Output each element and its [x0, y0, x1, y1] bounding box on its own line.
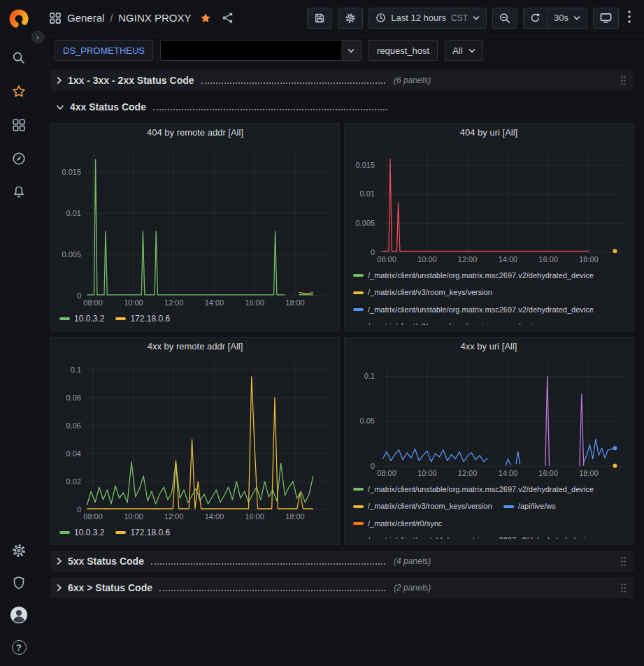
legend-label: 10.0.3.2	[74, 528, 104, 537]
legend-item[interactable]: /_matrix/client/unstable/org.matrix.msc2…	[353, 268, 594, 284]
svg-text:18:00: 18:00	[285, 298, 305, 307]
svg-text:14:00: 14:00	[205, 298, 224, 307]
sidebar-item-alerting[interactable]	[10, 183, 28, 201]
svg-text:0.04: 0.04	[66, 449, 81, 458]
drag-handle-icon[interactable]	[619, 555, 628, 568]
legend-swatch	[353, 291, 364, 294]
tv-mode-button[interactable]	[593, 8, 619, 29]
expand-nav-button[interactable]: ›	[31, 31, 44, 43]
legend-item[interactable]: /_matrix/client/v3/room_keys/version	[353, 319, 492, 325]
tv-icon	[600, 12, 612, 24]
legend-swatch	[353, 505, 364, 508]
svg-text:14:00: 14:00	[499, 469, 518, 477]
panel-4xx-by-uri: 4xx by uri [All] 08:0010:0012:0014:0016:…	[344, 337, 634, 545]
timeseries-chart[interactable]: 08:0010:0012:0014:0016:0018:0000.0050.01…	[55, 142, 335, 308]
chevron-right-icon	[56, 76, 62, 85]
legend-item[interactable]: /_matrix/client/unstable/org.matrix.msc2…	[353, 533, 594, 539]
row-title: 1xx - 3xx - 2xx Status Code	[68, 75, 194, 86]
navbar: General / NGINX PROXY	[38, 0, 644, 36]
settings-gear-icon	[345, 13, 356, 24]
sidebar-item-help[interactable]: ?	[10, 638, 28, 656]
kebab-menu-button[interactable]	[624, 10, 634, 26]
svg-text:08:00: 08:00	[83, 298, 103, 307]
chevron-right-icon	[56, 557, 62, 565]
legend-item[interactable]: 10.0.3.2	[59, 528, 104, 537]
timeseries-chart[interactable]: 08:0010:0012:0014:0016:0018:0000.050.1	[349, 356, 629, 479]
drag-handle-icon[interactable]	[619, 74, 628, 87]
legend-item[interactable]: /_matrix/client/unstable/org.matrix.msc2…	[353, 482, 594, 498]
sidebar-item-dashboards[interactable]	[10, 116, 28, 134]
legend-item[interactable]: /sw.js	[503, 319, 537, 325]
breadcrumb-folder[interactable]: General	[67, 12, 104, 24]
panel-title[interactable]: 404 by uri [All]	[345, 124, 633, 142]
sidebar-bottom: ?	[10, 542, 28, 656]
legend-item[interactable]: /api/live/ws	[503, 498, 556, 514]
svg-text:0: 0	[371, 248, 375, 256]
sidebar-item-starred[interactable]	[10, 82, 28, 101]
panel-grid: 404 by remote addr [All] 08:0010:0012:00…	[50, 123, 634, 545]
sidebar-item-server-admin[interactable]	[10, 574, 28, 592]
timezone-label: CST	[451, 13, 468, 23]
variable-request-host-select[interactable]: All	[445, 40, 482, 61]
dashboard-settings-button[interactable]	[338, 8, 363, 29]
variable-datasource-label: DS_PROMETHEUS	[55, 40, 153, 61]
breadcrumb-title[interactable]: NGINX PROXY	[118, 12, 191, 24]
svg-text:16:00: 16:00	[538, 469, 558, 477]
legend-label: 10.0.3.2	[74, 314, 104, 324]
save-dashboard-button[interactable]	[307, 8, 332, 29]
avatar	[10, 606, 28, 624]
svg-text:0.005: 0.005	[355, 219, 375, 227]
legend-item[interactable]: 10.0.3.2	[59, 314, 104, 324]
legend-label: /_matrix/client/v3/room_keys/version	[368, 498, 492, 514]
panel-title[interactable]: 4xx by remote addr [All]	[51, 338, 339, 356]
share-icon[interactable]	[222, 12, 234, 24]
panel-4xx-by-remote-addr: 4xx by remote addr [All] 08:0010:0012:00…	[50, 337, 340, 545]
panel-title[interactable]: 404 by remote addr [All]	[51, 124, 339, 142]
legend-label: 172.18.0.6	[130, 314, 170, 324]
sidebar-item-configuration[interactable]	[10, 542, 28, 560]
row-1xx-3xx-2xx[interactable]: 1xx - 3xx - 2xx Status Code (6 panels)	[50, 70, 634, 91]
help-icon: ?	[12, 640, 27, 655]
legend-item[interactable]: /_matrix/client/unstable/org.matrix.msc2…	[353, 302, 594, 318]
refresh-button[interactable]	[523, 8, 547, 29]
time-range-picker[interactable]: Last 12 hours CST	[368, 8, 487, 29]
row-4xx[interactable]: 4xx Status Code	[50, 96, 634, 117]
breadcrumb-separator: /	[110, 13, 113, 24]
svg-text:16:00: 16:00	[245, 298, 264, 307]
refresh-interval-picker[interactable]: 30s	[547, 8, 587, 29]
svg-text:0.015: 0.015	[355, 161, 375, 169]
row-5xx[interactable]: 5xx Status Code (4 panels)	[50, 551, 634, 572]
apps-grid-icon[interactable]	[49, 12, 62, 24]
drag-handle-icon[interactable]	[619, 581, 628, 595]
panel-404-by-uri: 404 by uri [All] 08:0010:0012:0014:0016:…	[344, 123, 634, 331]
zoom-out-button[interactable]	[492, 8, 517, 29]
timeseries-chart[interactable]: 08:0010:0012:0014:0016:0018:0000.020.040…	[55, 356, 335, 522]
star-icon	[11, 84, 27, 99]
favorite-star-icon[interactable]	[199, 12, 212, 24]
svg-text:0.06: 0.06	[66, 421, 81, 430]
legend-item[interactable]: /_matrix/client/v3/room_keys/version	[353, 284, 492, 301]
clock-icon	[375, 13, 386, 23]
panel-title[interactable]: 4xx by uri [All]	[345, 338, 633, 356]
sidebar-item-search[interactable]	[10, 49, 28, 67]
row-6xx[interactable]: 6xx > Status Code (2 panels)	[50, 577, 634, 598]
row-title: 5xx Status Code	[68, 556, 144, 567]
legend-item[interactable]: /_matrix/client/v3/room_keys/version	[353, 498, 492, 514]
bell-icon	[11, 184, 27, 200]
sidebar-item-explore[interactable]	[10, 150, 28, 168]
svg-text:08:00: 08:00	[377, 469, 396, 477]
refresh-icon	[530, 13, 541, 23]
legend-item[interactable]: 172.18.0.6	[115, 528, 170, 537]
sidebar-item-profile[interactable]	[10, 606, 28, 624]
timeseries-chart[interactable]: 08:0010:0012:0014:0016:0018:0000.0050.01…	[349, 142, 629, 265]
legend-item[interactable]: /_matrix/client/r0/sync	[353, 516, 442, 532]
svg-text:10:00: 10:00	[124, 512, 143, 521]
legend-swatch	[353, 488, 364, 491]
legend-swatch	[353, 522, 364, 525]
panel-count: (6 panels)	[394, 75, 431, 85]
chevron-down-icon	[468, 48, 475, 53]
legend-item[interactable]: 172.18.0.6	[115, 314, 170, 324]
grafana-logo[interactable]	[8, 8, 29, 29]
svg-text:0.01: 0.01	[360, 189, 375, 198]
variable-datasource-select[interactable]	[160, 40, 362, 61]
